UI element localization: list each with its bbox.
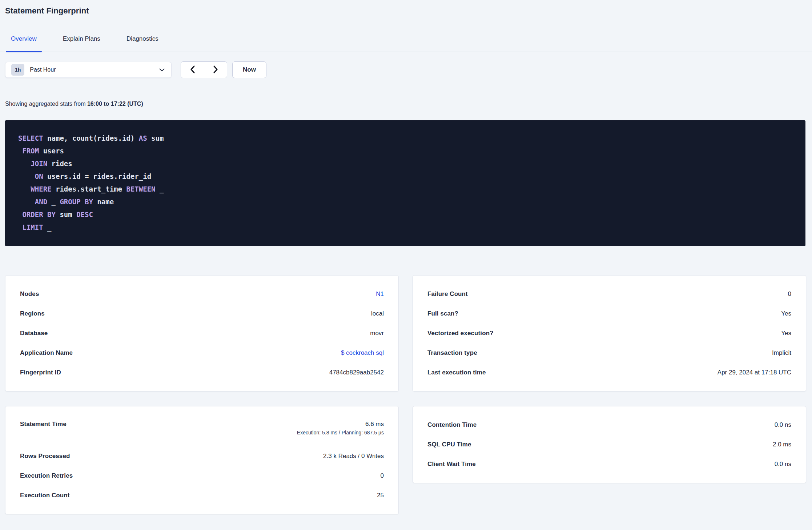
sql-text — [18, 223, 22, 231]
summary-panels: NodesN1RegionslocalDatabasemovrApplicati… — [5, 275, 806, 514]
sql-cpu-time-value-wrap: 2.0 ms — [773, 441, 791, 448]
sql-line: SELECT name, count(rides.id) AS sum — [18, 132, 798, 145]
stat-row-failure-count: Failure Count0 — [427, 284, 791, 304]
sql-keyword: WHERE — [31, 185, 51, 193]
statement-time-subvalue: Execution: 5.8 ms / Planning: 687.5 µs — [297, 430, 384, 435]
tab-diagnostics[interactable]: Diagnostics — [121, 27, 164, 52]
nodes-value-wrap: N1 — [376, 290, 384, 298]
statement-time-value-wrap: 6.6 msExecution: 5.8 ms / Planning: 687.… — [297, 421, 384, 435]
tab-overview[interactable]: Overview — [5, 27, 43, 52]
wait-times-panel: Contention Time0.0 nsSQL CPU Time2.0 msC… — [413, 406, 806, 483]
sql-keyword: ON — [35, 172, 43, 180]
fingerprint-id-label: Fingerprint ID — [20, 369, 61, 376]
sql-keyword: LIMIT — [22, 223, 43, 231]
next-range-button[interactable] — [204, 62, 227, 78]
stat-row-vectorized-execution: Vectorized execution?Yes — [427, 324, 791, 343]
client-wait-time-value: 0.0 ns — [775, 461, 791, 467]
execution-retries-value: 0 — [381, 472, 384, 479]
regions-value: local — [371, 310, 384, 317]
aggregation-summary-range: 16:00 to 17:22 (UTC) — [87, 101, 143, 107]
sql-cpu-time-label: SQL CPU Time — [427, 441, 471, 448]
full-scan-label: Full scan? — [427, 310, 458, 317]
vectorized-execution-label: Vectorized execution? — [427, 330, 494, 337]
contention-time-value-wrap: 0.0 ns — [775, 421, 791, 429]
application-name-label: Application Name — [20, 349, 73, 357]
stat-row-client-wait-time: Client Wait Time0.0 ns — [427, 454, 791, 474]
fingerprint-id-value: 4784cb829aab2542 — [329, 369, 384, 376]
execution-attributes-panel: Failure Count0Full scan?YesVectorized ex… — [413, 275, 806, 392]
now-button[interactable]: Now — [232, 61, 266, 78]
failure-count-value: 0 — [788, 290, 791, 297]
stat-row-transaction-type: Transaction typeImplicit — [427, 343, 791, 363]
stat-row-contention-time: Contention Time0.0 ns — [427, 415, 791, 435]
database-value-wrap: movr — [370, 330, 384, 337]
sql-text: rides — [47, 160, 72, 168]
time-toolbar: 1h Past Hour Now — [5, 61, 812, 78]
sql-text: users — [39, 147, 64, 155]
stat-row-nodes: NodesN1 — [20, 284, 384, 304]
vectorized-execution-value-wrap: Yes — [781, 330, 791, 337]
sql-keyword: DESC — [76, 210, 93, 218]
sql-text — [18, 160, 31, 168]
sql-line: WHERE rides.start_time BETWEEN _ — [18, 183, 798, 196]
statement-time-value: 6.6 ms — [365, 421, 384, 427]
tab-bar: OverviewExplain PlansDiagnostics — [0, 27, 812, 52]
time-range-nav-group — [181, 61, 227, 78]
stat-row-statement-time: Statement Time6.6 msExecution: 5.8 ms / … — [20, 415, 384, 446]
sql-keyword: ORDER BY — [22, 210, 56, 218]
stat-row-execution-retries: Execution Retries0 — [20, 466, 384, 486]
sql-line: FROM users — [18, 145, 798, 157]
time-range-badge: 1h — [11, 64, 24, 76]
prev-range-button[interactable] — [181, 62, 204, 78]
execution-count-label: Execution Count — [20, 492, 70, 499]
time-range-label: Past Hour — [30, 67, 56, 73]
sql-text: sum — [56, 210, 76, 218]
vectorized-execution-value: Yes — [781, 330, 791, 337]
sql-text: _ — [156, 185, 164, 193]
transaction-type-value: Implicit — [772, 349, 791, 356]
sql-line: ORDER BY sum DESC — [18, 208, 798, 221]
statement-time-label: Statement Time — [20, 421, 67, 428]
stat-row-application-name: Application Name$ cockroach sql — [20, 343, 384, 363]
rows-processed-label: Rows Processed — [20, 453, 70, 460]
statement-attributes-panel: NodesN1RegionslocalDatabasemovrApplicati… — [5, 275, 399, 392]
failure-count-label: Failure Count — [427, 290, 468, 298]
stat-row-fingerprint-id: Fingerprint ID4784cb829aab2542 — [20, 363, 384, 382]
sql-text — [18, 147, 22, 155]
client-wait-time-value-wrap: 0.0 ns — [775, 461, 791, 468]
tab-explain-plans[interactable]: Explain Plans — [57, 27, 106, 52]
nodes-label: Nodes — [20, 290, 39, 298]
fingerprint-id-value-wrap: 4784cb829aab2542 — [329, 369, 384, 376]
sql-text: _ — [47, 198, 60, 206]
last-execution-time-label: Last execution time — [427, 369, 486, 376]
sql-line: JOIN rides — [18, 157, 798, 170]
application-name-value-wrap: $ cockroach sql — [341, 349, 384, 357]
execution-count-value: 25 — [377, 492, 384, 499]
chevron-right-icon — [213, 65, 218, 75]
stat-row-execution-count: Execution Count25 — [20, 486, 384, 505]
transaction-type-label: Transaction type — [427, 349, 477, 357]
last-execution-time-value: Apr 29, 2024 at 17:18 UTC — [717, 369, 791, 376]
database-value: movr — [370, 330, 384, 337]
time-range-dropdown[interactable]: 1h Past Hour — [5, 62, 172, 78]
application-name-link[interactable]: $ cockroach sql — [341, 349, 384, 356]
last-execution-time-value-wrap: Apr 29, 2024 at 17:18 UTC — [717, 369, 791, 376]
stat-row-regions: Regionslocal — [20, 304, 384, 324]
regions-label: Regions — [20, 310, 45, 317]
sql-text — [18, 172, 35, 180]
sql-keyword: AS — [139, 134, 147, 142]
sql-keyword: FROM — [22, 147, 39, 155]
nodes-link[interactable]: N1 — [376, 290, 384, 297]
stat-row-database: Databasemovr — [20, 324, 384, 343]
aggregation-summary: Showing aggregated stats from 16:00 to 1… — [5, 101, 812, 107]
sql-statement-box: SELECT name, count(rides.id) AS sum FROM… — [5, 120, 805, 246]
statement-fingerprint-page: Statement Fingerprint OverviewExplain Pl… — [0, 0, 812, 530]
sql-text: name, count(rides.id) — [43, 134, 139, 142]
execution-retries-label: Execution Retries — [20, 472, 73, 479]
sql-text: name — [93, 198, 114, 206]
transaction-type-value-wrap: Implicit — [772, 349, 791, 357]
contention-time-value: 0.0 ns — [775, 421, 791, 428]
page-title: Statement Fingerprint — [5, 6, 812, 16]
sql-text: users.id = rides.rider_id — [43, 172, 151, 180]
sql-text: sum — [147, 134, 164, 142]
